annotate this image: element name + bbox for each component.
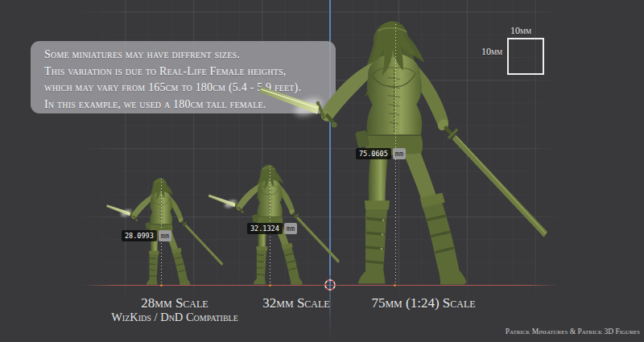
origin-dot-75mm: [394, 284, 396, 286]
scale-label-32mm: 32mm Scale: [262, 295, 329, 311]
measurement-badge-32mm: 32.1324 mm: [247, 223, 297, 234]
origin-dot-32mm: [269, 284, 271, 286]
scale-sublabel-28mm: WizKids / DnD Compatible: [111, 311, 238, 324]
viewport[interactable]: Some miniatures may have diffrent sizes.…: [0, 0, 644, 342]
3d-cursor-icon[interactable]: [320, 274, 341, 295]
origin-dot-28mm: [160, 284, 163, 286]
measurement-unit: mm: [159, 230, 171, 241]
measurement-value: 75.0605: [356, 148, 391, 159]
scale-label-28mm: 28mm Scale: [141, 295, 208, 311]
measurement-badge-75mm: 75.0605 mm: [356, 148, 406, 159]
footer-credit: Patrick Miniatures & Patrick 3D Figures: [506, 328, 640, 336]
measurement-badge-28mm: 28.0993 mm: [122, 230, 171, 241]
measurement-unit: mm: [393, 148, 406, 159]
measurement-unit: mm: [284, 223, 297, 234]
measurement-value: 32.1324: [247, 223, 283, 234]
measurement-value: 28.0993: [122, 230, 157, 241]
scale-label-75mm: 75mm (1:24) Scale: [371, 295, 475, 311]
